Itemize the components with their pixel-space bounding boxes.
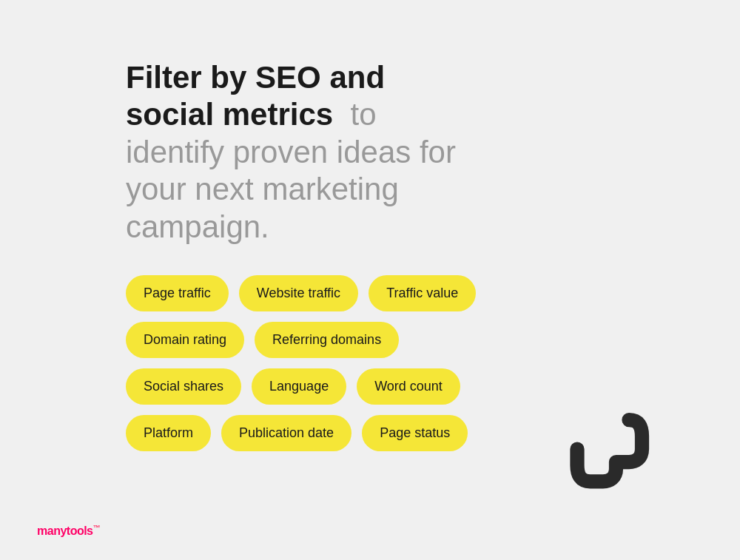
tags-row-2: Domain rating Referring domains bbox=[126, 322, 614, 358]
tag-social-shares[interactable]: Social shares bbox=[126, 368, 241, 405]
tag-domain-rating[interactable]: Domain rating bbox=[126, 322, 244, 358]
tag-language[interactable]: Language bbox=[252, 368, 346, 405]
tags-row-1: Page traffic Website traffic Traffic val… bbox=[126, 275, 614, 311]
tag-referring-domains[interactable]: Referring domains bbox=[255, 322, 399, 358]
tag-page-status[interactable]: Page status bbox=[362, 415, 468, 451]
logo-text: manytools™ bbox=[37, 524, 100, 537]
tag-word-count[interactable]: Word count bbox=[357, 368, 460, 405]
cursor-decoration bbox=[555, 397, 651, 501]
tag-page-traffic[interactable]: Page traffic bbox=[126, 275, 229, 311]
tags-row-3: Social shares Language Word count bbox=[126, 368, 614, 405]
tag-publication-date[interactable]: Publication date bbox=[221, 415, 352, 451]
tags-container: Page traffic Website traffic Traffic val… bbox=[126, 275, 614, 451]
tag-website-traffic[interactable]: Website traffic bbox=[239, 275, 358, 311]
logo-area: manytools™ bbox=[37, 524, 100, 538]
tags-row-4: Platform Publication date Page status bbox=[126, 415, 614, 451]
headline: Filter by SEO and social metrics to iden… bbox=[126, 59, 481, 246]
tag-traffic-value[interactable]: Traffic value bbox=[369, 275, 476, 311]
tag-platform[interactable]: Platform bbox=[126, 415, 211, 451]
